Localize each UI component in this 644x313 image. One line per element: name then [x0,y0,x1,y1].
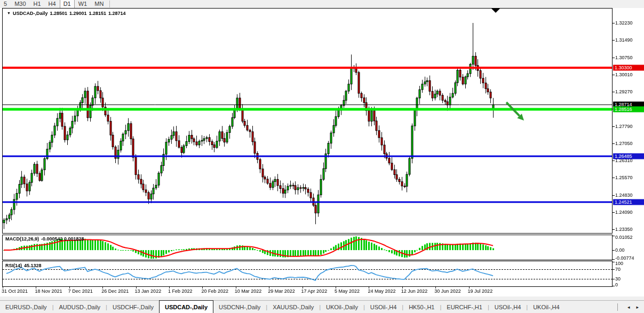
date-axis-label: 12 Jun 2022 [401,288,428,294]
tab-scroll-controls: ◂▸ [617,303,644,311]
date-axis-label: 13 Jan 2022 [135,288,162,294]
tab-scroll-right-icon[interactable]: ▸ [636,304,639,310]
chart-tab-usoilh4-10[interactable]: USOil-,H4 [489,301,527,313]
chart-tab-usoilh4-7[interactable]: USOil-,H4 [365,301,402,313]
rsi-axis-label: 30 [615,276,621,282]
rsi-axis-label: 100 [615,261,623,266]
price-axis-label: 1.27050 [615,141,633,146]
date-axis-label: 5 May 2022 [335,288,360,294]
toolbar-divider [109,1,110,7]
chart-tab-ukoildaily-6[interactable]: UKOil-,Daily [321,301,363,313]
price-axis-label: 1.30750 [615,55,633,60]
rsi-value: 45.1328 [24,263,42,268]
tab-scroll-left-icon[interactable]: ◂ [627,304,630,310]
date-axis-label: 10 Mar 2022 [235,288,262,294]
date-axis-label: 30 Jun 2022 [434,288,461,294]
timeframe-button-d1[interactable]: D1 [60,0,75,8]
macd-indicator-label: MACD(12,26,9)-0.000542 0.001828 [5,236,86,242]
blue-level-price-tag-1: 1.26485 [613,154,644,159]
date-axis-label: 24 May 2022 [368,288,395,294]
macd-axis-label: 0.00 [615,247,625,253]
price-axis-label: 1.27790 [615,124,633,129]
date-axis-label: 7 Dec 2021 [68,288,93,294]
timeframe-button-w1[interactable]: W1 [75,0,91,8]
macd-axis-label: 0.01052 [615,235,633,240]
macd-name: MACD(12,26,9) [5,236,39,242]
price-axis-label: 1.31490 [615,37,633,43]
date-axis-label: 20 Feb 2022 [201,288,228,294]
chart-tab-ukoilh4-11[interactable]: UKOil-,H4 [528,301,565,313]
chart-close: 1.28714 [108,11,126,16]
chart-open: 1.28501 [50,11,67,16]
rsi-name: RSI(14) [5,263,22,268]
chart-tab-eurchfh1-9[interactable]: EURCHF-,H1 [441,301,488,313]
chart-high: 1.29001 [69,11,87,16]
price-axis-label: 1.32230 [615,20,633,26]
support-price-tag: 1.28516 [613,106,644,112]
timeframe-button-h4[interactable]: H4 [45,0,60,8]
chart-tab-eurusddaily-0[interactable]: EURUSD-,Daily [0,301,52,313]
chart-tab-usdchfdaily-2[interactable]: USDCHF-,Daily [107,301,159,313]
price-axis-label: 1.30010 [615,72,633,77]
date-axis-label: 19 Jul 2022 [468,288,493,294]
chart-tab-bar: EURUSD-,Daily|AUDUSD-,Daily|USDCHF-,Dail… [0,300,644,313]
chart-tab-usdcnhdaily-4[interactable]: USDCNH-,Daily [213,301,266,313]
rsi-indicator-label: RSI(14)45.1328 [5,263,44,268]
chart-tab-audusddaily-1[interactable]: AUDUSD-,Daily [53,301,106,313]
timeframe-button-m30[interactable]: M30 [11,0,29,8]
rsi-axis-label: 70 [615,267,621,272]
date-axis-label: 31 Oct 2021 [2,288,28,294]
chart-low: 1.28151 [89,11,107,16]
rsi-axis-label: 0 [615,282,618,287]
macd-values: -0.000542 0.001828 [41,236,84,242]
date-axis-label: 17 Apr 2022 [301,288,328,294]
timeframe-toolbar: 5M30H1H4D1W1MN [0,0,644,8]
date-axis-label: 18 Nov 2021 [35,288,62,294]
date-axis-label: 29 Mar 2022 [268,288,295,294]
chart-tab-hk50h1-8[interactable]: HK50-,H1 [403,301,440,313]
blue-level-price-tag-2: 1.24521 [613,199,644,205]
chart-title: ▼USDCAD-,Daily1.285011.290011.281511.287… [7,11,128,16]
price-axis-label: 1.25570 [615,175,633,180]
date-axis-label: 26 Dec 2021 [101,288,129,294]
timeframe-button-5[interactable]: 5 [0,0,11,8]
chart-tab-usdcaddaily-3[interactable]: USDCAD-,Daily [159,300,213,313]
chart-symbol: USDCAD-,Daily [13,11,48,16]
price-axis-label: 1.24090 [615,210,633,215]
price-axis-label: 1.23350 [615,227,633,232]
timeframe-button-h1[interactable]: H1 [30,0,45,8]
chart-expand-icon[interactable]: ▼ [7,11,11,15]
date-axis-label: 1 Feb 2022 [168,288,193,294]
bottom-strip [0,296,644,300]
chart-canvas[interactable] [0,0,644,313]
resistance-price-tag: 1.30300 [613,65,644,71]
timeframe-button-mn[interactable]: MN [91,0,107,8]
macd-axis-label: -0.00774 [615,255,634,261]
tab-scroll-separator [617,303,618,311]
chart-tab-xauusddaily-5[interactable]: XAUUSD-,Daily [267,301,319,313]
price-axis-label: 1.24830 [615,192,633,198]
price-axis-label: 1.29270 [615,89,633,94]
